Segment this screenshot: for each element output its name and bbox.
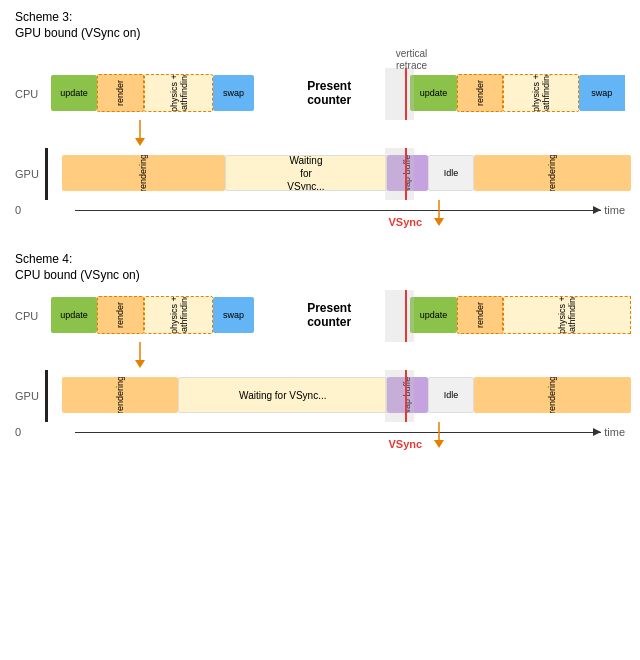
bar-physics-1: physics +pathfinding	[144, 74, 214, 112]
scheme-3-gpu-container: GPU rendering WaitingforVSync...	[15, 148, 625, 200]
scheme-4-gpu-container: GPU rendering Waiting for VSync...	[15, 370, 625, 422]
bar-rendering-1: rendering	[62, 155, 224, 191]
bar-physics-2: physics +pathfinding	[144, 296, 214, 334]
main-container: Scheme 3: GPU bound (VSync on) verticalr…	[0, 0, 640, 466]
svg-marker-5	[135, 360, 145, 368]
time-axis-1	[75, 210, 601, 211]
scheme-4-gpu-bars: rendering Waiting for VSync... swap buff…	[45, 370, 625, 422]
bar-render-1: render	[97, 74, 143, 112]
vsync-line-gpu-1	[405, 148, 407, 200]
svg-marker-3	[434, 218, 444, 226]
bar-waiting-1: WaitingforVSync...	[225, 155, 387, 191]
bar-idle-2: Idle	[428, 377, 474, 413]
vsync-label-1: VSync	[389, 216, 423, 228]
scheme-3-title: Scheme 3:	[15, 10, 625, 24]
scheme-3-gpu-row: GPU rendering WaitingforVSync...	[15, 148, 625, 200]
orange-arrow-2b	[434, 420, 474, 451]
zero-label-1: 0	[15, 204, 45, 216]
bar-present-2: Presentcounter	[254, 297, 405, 333]
time-label-2: time	[604, 426, 625, 438]
bar-render-1b: render	[457, 74, 503, 112]
gray-band-1	[385, 68, 414, 120]
bar-swap-1: swap	[213, 75, 254, 111]
vsync-line-gpu-2	[405, 370, 407, 422]
bar-render-2: render	[97, 296, 143, 334]
scheme-3: Scheme 3: GPU bound (VSync on) verticalr…	[15, 10, 625, 234]
bar-update-2b: update	[410, 297, 456, 333]
orange-arrow-2	[135, 340, 175, 371]
black-border-gpu-1	[45, 148, 48, 200]
gray-band-2b	[385, 370, 414, 422]
scheme-3-subtitle: GPU bound (VSync on)	[15, 26, 625, 40]
svg-marker-7	[434, 440, 444, 448]
orange-arrow-1b	[434, 198, 474, 229]
svg-marker-1	[135, 138, 145, 146]
scheme-3-gpu-bars: rendering WaitingforVSync... swap buffer…	[45, 148, 625, 200]
bar-rendering-2b: rendering	[474, 377, 631, 413]
scheme-4-cpu-bars: update render physics +pathfinding swap	[45, 290, 625, 342]
zero-label-2: 0	[15, 426, 45, 438]
scheme-3-cpu-container: CPU update render phys	[15, 68, 625, 120]
scheme-4: Scheme 4: CPU bound (VSync on) CPU updat…	[15, 252, 625, 456]
gray-band-2	[385, 290, 414, 342]
time-axis-2	[75, 432, 601, 433]
bar-idle-1: Idle	[428, 155, 474, 191]
bar-physics-2b: physics +pathfinding	[503, 296, 631, 334]
bar-present-1: Presentcounter	[254, 75, 405, 111]
bar-update-2: update	[51, 297, 97, 333]
gpu-label-2: GPU	[15, 390, 45, 402]
scheme-3-cpu-bars: update render physics +pathfinding swap	[45, 68, 625, 120]
time-label-1: time	[604, 204, 625, 216]
bar-update-1: update	[51, 75, 97, 111]
bar-waiting-2: Waiting for VSync...	[178, 377, 387, 413]
scheme-4-gpu-row: GPU rendering Waiting for VSync...	[15, 370, 625, 422]
vsync-line-cpu-1	[405, 68, 407, 120]
scheme-4-cpu-row: CPU update render phys	[15, 290, 625, 342]
vsync-line-cpu-2	[405, 290, 407, 342]
scheme-4-subtitle: CPU bound (VSync on)	[15, 268, 625, 282]
bar-rendering-2: rendering	[62, 377, 178, 413]
bar-swap-1b: swap	[579, 75, 625, 111]
gray-band-1b	[385, 148, 414, 200]
bar-rendering-1b: rendering	[474, 155, 631, 191]
vsync-label-2: VSync	[389, 438, 423, 450]
bar-update-1b: update	[410, 75, 456, 111]
scheme-4-title: Scheme 4:	[15, 252, 625, 266]
gpu-label-1: GPU	[15, 168, 45, 180]
scheme-3-cpu-row: CPU update render phys	[15, 68, 625, 120]
cpu-label-1: CPU	[15, 88, 45, 100]
orange-arrow-1	[135, 118, 175, 149]
bar-physics-1b: physics +pathfinding	[503, 74, 578, 112]
black-border-gpu-2	[45, 370, 48, 422]
bar-swap-2: swap	[213, 297, 254, 333]
cpu-label-2: CPU	[15, 310, 45, 322]
scheme-4-cpu-container: CPU update render phys	[15, 290, 625, 342]
bar-render-2b: render	[457, 296, 503, 334]
